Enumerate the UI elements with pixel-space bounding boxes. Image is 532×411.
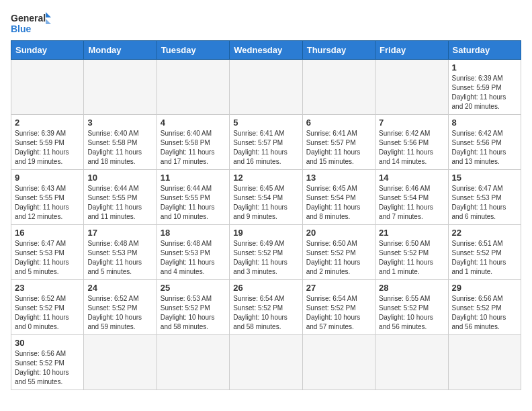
- calendar-cell: 9Sunrise: 6:43 AM Sunset: 5:55 PM Daylig…: [11, 170, 84, 225]
- day-number: 17: [87, 228, 152, 238]
- calendar-cell: [157, 335, 229, 390]
- day-info: Sunrise: 6:54 AM Sunset: 5:52 PM Dayligh…: [233, 294, 298, 332]
- calendar-cell: 25Sunrise: 6:53 AM Sunset: 5:52 PM Dayli…: [157, 280, 229, 335]
- svg-text:Blue: Blue: [11, 24, 32, 34]
- day-number: 10: [87, 173, 152, 183]
- calendar-cell: 4Sunrise: 6:40 AM Sunset: 5:58 PM Daylig…: [157, 115, 229, 170]
- day-info: Sunrise: 6:45 AM Sunset: 5:54 PM Dayligh…: [306, 184, 371, 222]
- day-number: 11: [161, 173, 226, 183]
- calendar-cell: [157, 60, 229, 115]
- logo: General Blue: [11, 11, 51, 35]
- day-info: Sunrise: 6:47 AM Sunset: 5:53 PM Dayligh…: [15, 239, 80, 277]
- calendar-cell: 28Sunrise: 6:55 AM Sunset: 5:52 PM Dayli…: [375, 280, 448, 335]
- day-info: Sunrise: 6:56 AM Sunset: 5:52 PM Dayligh…: [452, 294, 517, 332]
- calendar-week-row: 16Sunrise: 6:47 AM Sunset: 5:53 PM Dayli…: [11, 225, 521, 280]
- calendar-cell: 22Sunrise: 6:51 AM Sunset: 5:52 PM Dayli…: [448, 225, 521, 280]
- col-header-sunday: Sunday: [11, 41, 84, 60]
- day-number: 9: [15, 173, 80, 183]
- calendar-cell: [84, 60, 157, 115]
- day-info: Sunrise: 6:42 AM Sunset: 5:56 PM Dayligh…: [452, 129, 517, 167]
- day-info: Sunrise: 6:41 AM Sunset: 5:57 PM Dayligh…: [306, 129, 371, 167]
- calendar-cell: 8Sunrise: 6:42 AM Sunset: 5:56 PM Daylig…: [448, 115, 521, 170]
- calendar-cell: 23Sunrise: 6:52 AM Sunset: 5:52 PM Dayli…: [11, 280, 84, 335]
- day-number: 26: [233, 283, 298, 293]
- day-number: 18: [161, 228, 226, 238]
- day-number: 19: [233, 228, 298, 238]
- day-number: 16: [15, 228, 80, 238]
- day-number: 6: [306, 118, 371, 128]
- calendar-cell: 7Sunrise: 6:42 AM Sunset: 5:56 PM Daylig…: [375, 115, 448, 170]
- calendar-header-row: SundayMondayTuesdayWednesdayThursdayFrid…: [11, 41, 521, 60]
- day-number: 25: [161, 283, 226, 293]
- calendar-cell: 11Sunrise: 6:44 AM Sunset: 5:55 PM Dayli…: [157, 170, 229, 225]
- calendar-cell: 12Sunrise: 6:45 AM Sunset: 5:54 PM Dayli…: [230, 170, 302, 225]
- day-info: Sunrise: 6:45 AM Sunset: 5:54 PM Dayligh…: [233, 184, 298, 222]
- calendar-cell: 15Sunrise: 6:47 AM Sunset: 5:53 PM Dayli…: [448, 170, 521, 225]
- day-info: Sunrise: 6:47 AM Sunset: 5:53 PM Dayligh…: [452, 184, 517, 222]
- col-header-friday: Friday: [375, 41, 448, 60]
- day-info: Sunrise: 6:55 AM Sunset: 5:52 PM Dayligh…: [379, 294, 444, 332]
- calendar-week-row: 9Sunrise: 6:43 AM Sunset: 5:55 PM Daylig…: [11, 170, 521, 225]
- day-number: 15: [452, 173, 517, 183]
- col-header-wednesday: Wednesday: [230, 41, 302, 60]
- calendar-cell: 30Sunrise: 6:56 AM Sunset: 5:52 PM Dayli…: [11, 335, 84, 390]
- calendar-week-row: 2Sunrise: 6:39 AM Sunset: 5:59 PM Daylig…: [11, 115, 521, 170]
- day-number: 29: [452, 283, 517, 293]
- day-info: Sunrise: 6:46 AM Sunset: 5:54 PM Dayligh…: [379, 184, 444, 222]
- day-number: 30: [15, 338, 80, 348]
- col-header-thursday: Thursday: [302, 41, 375, 60]
- calendar-cell: 5Sunrise: 6:41 AM Sunset: 5:57 PM Daylig…: [230, 115, 302, 170]
- day-info: Sunrise: 6:39 AM Sunset: 5:59 PM Dayligh…: [452, 74, 517, 111]
- day-info: Sunrise: 6:52 AM Sunset: 5:52 PM Dayligh…: [15, 294, 80, 332]
- calendar-cell: [230, 60, 302, 115]
- day-number: 27: [306, 283, 371, 293]
- calendar-cell: [375, 335, 448, 390]
- col-header-saturday: Saturday: [448, 41, 521, 60]
- day-info: Sunrise: 6:43 AM Sunset: 5:55 PM Dayligh…: [15, 184, 80, 222]
- calendar-cell: 24Sunrise: 6:52 AM Sunset: 5:52 PM Dayli…: [84, 280, 157, 335]
- day-info: Sunrise: 6:56 AM Sunset: 5:52 PM Dayligh…: [15, 349, 80, 387]
- day-info: Sunrise: 6:54 AM Sunset: 5:52 PM Dayligh…: [306, 294, 371, 332]
- calendar-week-row: 1Sunrise: 6:39 AM Sunset: 5:59 PM Daylig…: [11, 60, 521, 115]
- day-info: Sunrise: 6:48 AM Sunset: 5:53 PM Dayligh…: [87, 239, 152, 277]
- calendar-cell: 20Sunrise: 6:50 AM Sunset: 5:52 PM Dayli…: [302, 225, 375, 280]
- day-number: 14: [379, 173, 444, 183]
- day-number: 21: [379, 228, 444, 238]
- day-number: 7: [379, 118, 444, 128]
- day-number: 4: [161, 118, 226, 128]
- day-info: Sunrise: 6:50 AM Sunset: 5:52 PM Dayligh…: [306, 239, 371, 277]
- calendar-cell: [375, 60, 448, 115]
- svg-text:General: General: [11, 13, 46, 24]
- calendar-cell: 13Sunrise: 6:45 AM Sunset: 5:54 PM Dayli…: [302, 170, 375, 225]
- calendar-cell: [84, 335, 157, 390]
- day-info: Sunrise: 6:51 AM Sunset: 5:52 PM Dayligh…: [452, 239, 517, 277]
- calendar-week-row: 30Sunrise: 6:56 AM Sunset: 5:52 PM Dayli…: [11, 335, 521, 390]
- calendar-cell: 21Sunrise: 6:50 AM Sunset: 5:52 PM Dayli…: [375, 225, 448, 280]
- calendar-cell: 26Sunrise: 6:54 AM Sunset: 5:52 PM Dayli…: [230, 280, 302, 335]
- calendar-cell: 17Sunrise: 6:48 AM Sunset: 5:53 PM Dayli…: [84, 225, 157, 280]
- day-number: 23: [15, 283, 80, 293]
- day-info: Sunrise: 6:40 AM Sunset: 5:58 PM Dayligh…: [161, 129, 226, 167]
- day-number: 24: [87, 283, 152, 293]
- calendar-week-row: 23Sunrise: 6:52 AM Sunset: 5:52 PM Dayli…: [11, 280, 521, 335]
- page-header: General Blue: [11, 11, 521, 35]
- day-info: Sunrise: 6:52 AM Sunset: 5:52 PM Dayligh…: [87, 294, 152, 332]
- day-number: 20: [306, 228, 371, 238]
- svg-marker-2: [46, 12, 51, 17]
- day-info: Sunrise: 6:40 AM Sunset: 5:58 PM Dayligh…: [87, 129, 152, 167]
- calendar-cell: 1Sunrise: 6:39 AM Sunset: 5:59 PM Daylig…: [448, 60, 521, 115]
- calendar-cell: 6Sunrise: 6:41 AM Sunset: 5:57 PM Daylig…: [302, 115, 375, 170]
- day-info: Sunrise: 6:44 AM Sunset: 5:55 PM Dayligh…: [161, 184, 226, 222]
- day-number: 22: [452, 228, 517, 238]
- calendar-cell: 18Sunrise: 6:48 AM Sunset: 5:53 PM Dayli…: [157, 225, 229, 280]
- calendar-cell: [230, 335, 302, 390]
- calendar-cell: [302, 335, 375, 390]
- calendar-cell: [302, 60, 375, 115]
- day-number: 28: [379, 283, 444, 293]
- calendar-cell: 27Sunrise: 6:54 AM Sunset: 5:52 PM Dayli…: [302, 280, 375, 335]
- day-info: Sunrise: 6:48 AM Sunset: 5:53 PM Dayligh…: [161, 239, 226, 277]
- calendar-cell: 14Sunrise: 6:46 AM Sunset: 5:54 PM Dayli…: [375, 170, 448, 225]
- calendar-table: SundayMondayTuesdayWednesdayThursdayFrid…: [11, 40, 521, 390]
- svg-marker-3: [46, 19, 51, 24]
- calendar-cell: 3Sunrise: 6:40 AM Sunset: 5:58 PM Daylig…: [84, 115, 157, 170]
